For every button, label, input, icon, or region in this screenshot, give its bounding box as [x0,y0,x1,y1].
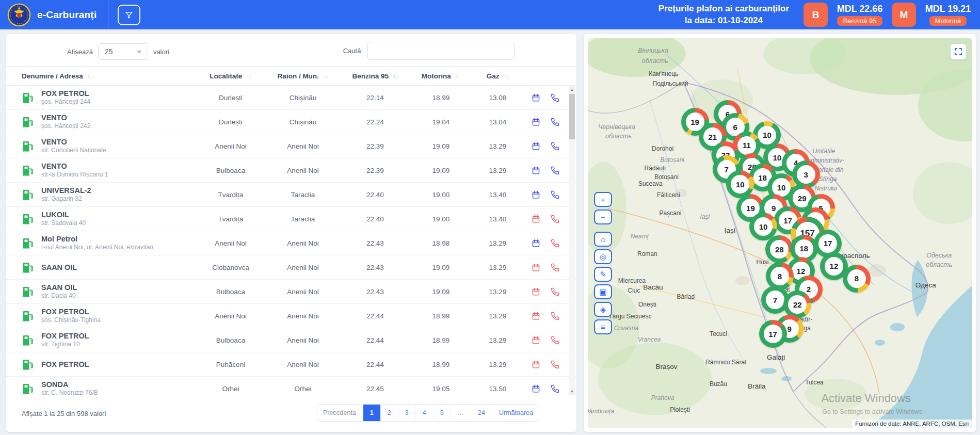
row-actions [522,239,569,248]
phone-icon[interactable] [551,142,559,151]
calendar-icon[interactable] [532,384,540,393]
cluster-count: 17 [818,234,837,253]
benzina-badge: B [804,3,828,27]
pagination-button[interactable]: Următoarea [492,405,540,421]
calendar-icon[interactable] [532,263,540,272]
row-actions [522,93,569,102]
locate-button[interactable]: ◎ [594,249,612,264]
cell-localitate: Durlești [197,118,264,126]
calendar-icon[interactable] [532,360,540,369]
pagination-button[interactable]: 5 [433,405,451,421]
calendar-icon[interactable] [532,190,540,199]
station-cell: FOX PETROL șos. Hâncești 244 [22,89,197,106]
calendar-icon[interactable] [532,336,540,345]
station-cell: SAAN OIL str. Dacia 40 [22,283,197,300]
measure-button[interactable]: ✎ [594,267,612,282]
stations-table-card: Afișează 25 valori Caută: Denumire / Adr… [6,34,576,432]
calendar-icon[interactable] [532,287,540,296]
results-summary: Afișate 1 la 25 din 598 valori [22,410,106,417]
pagination-button[interactable]: 3 [398,405,415,421]
phone-icon[interactable] [551,384,559,393]
phone-icon[interactable] [551,263,559,272]
phone-icon[interactable] [551,239,559,248]
page-size-select[interactable]: 25 [98,43,148,60]
calendar-icon[interactable] [532,118,540,126]
zoom-in-button[interactable]: + [594,192,612,207]
pagination-button[interactable]: 2 [380,405,398,421]
phone-icon[interactable] [551,287,559,296]
calendar-icon[interactable] [532,93,540,102]
cluster-count: 17 [764,325,782,343]
calendar-icon[interactable] [532,142,540,151]
zoom-out-button[interactable]: − [594,210,612,224]
map-cluster-marker[interactable]: 3 [792,160,820,188]
phone-icon[interactable] [551,93,559,102]
station-address: str-la Dumitru Rîșcanu 1 [41,171,108,179]
phone-icon[interactable] [551,190,559,199]
station-cell: LUKOIL str. Sadovaia 40 [22,210,197,228]
phone-icon[interactable] [551,166,559,175]
column-header[interactable]: Localitate ↑↓ [197,72,264,80]
map-cluster-marker[interactable]: 22 [783,291,811,318]
row-actions [522,215,569,223]
cell-motorina: 19.05 [409,385,473,393]
cluster-count: 10 [758,126,776,144]
calendar-icon[interactable] [532,239,540,248]
scrollbar-thumb[interactable] [569,94,575,139]
column-header[interactable]: Motorină ↑↓ [409,72,473,80]
table-row: FOX PETROL str. Tighina 10 Bulboaca Anen… [6,328,576,352]
phone-icon[interactable] [551,360,559,369]
column-header[interactable]: Raion / Mun. ↑↓ [264,72,342,80]
column-header[interactable]: Denumire / Adresă ↑↓ [22,72,197,80]
phone-icon[interactable] [551,336,559,345]
fuel-pump-icon [22,140,34,152]
cell-benzina95: 22.43 [342,288,409,296]
sort-icon: ↑↓ [87,72,93,80]
scroll-down-icon[interactable] [569,388,575,395]
column-header[interactable]: Gaz ↑↓ [473,72,522,80]
cell-benzina95: 22.45 [342,385,409,393]
cell-motorina: 18.98 [409,239,473,247]
home-button[interactable]: ⌂ [594,232,612,247]
scroll-up-icon[interactable] [569,86,575,93]
pagination-button[interactable]: 24 [471,405,492,421]
map[interactable]: +−⌂◎✎▣◈≡ ВінницькаобластьКам'янець-Поділ… [588,38,972,428]
pagination-button[interactable]: … [451,405,471,421]
map-cluster-marker[interactable]: 8 [766,262,794,290]
map-cluster-marker[interactable]: 17 [759,320,787,348]
phone-icon[interactable] [551,215,559,223]
station-name: SONDA [41,380,98,389]
layers-button[interactable]: ◈ [594,302,612,317]
calendar-icon[interactable] [532,215,540,223]
station-text: FOX PETROL șos. Hâncești 244 [41,89,90,106]
station-name: Mol Petrol [41,234,153,244]
cell-localitate: Bulboaca [197,336,264,344]
sort-icon: ↑↓ [393,72,398,80]
fullscreen-button[interactable] [950,43,967,60]
phone-icon[interactable] [551,118,559,126]
calendar-icon[interactable] [532,312,540,320]
map-cluster-marker[interactable]: 28 [765,235,793,263]
filter-button[interactable] [118,5,140,25]
map-cluster-marker[interactable]: 8 [843,265,871,293]
fuel-pump-icon [22,213,34,225]
phone-icon[interactable] [551,312,559,320]
fuel-pump-icon [22,237,34,249]
table-row: Mol Petrol r-nul Anenii Noi, or. Anenii … [6,231,576,255]
pagination-button[interactable]: 4 [415,405,433,421]
legend-button[interactable]: ≡ [594,319,612,334]
cell-motorina: 18.99 [409,361,473,368]
calendar-icon[interactable] [532,166,540,175]
page-size-label: Afișează [67,48,93,56]
table-row: VENTO șos. Hâncești 242 Durlești Chișină… [6,110,576,134]
pagination-button[interactable]: Precedenta [316,405,363,421]
column-header[interactable]: Benzină 95 ↑↓ [342,72,409,80]
select-area-button[interactable]: ▣ [594,284,612,299]
search-input[interactable] [367,42,515,60]
motorina-label: Motorină [929,16,967,26]
pagination-button[interactable]: 1 [363,405,380,421]
cell-gaz: 13.29 [473,239,522,247]
station-cell: Mol Petrol r-nul Anenii Noi, or. Anenii … [22,234,197,252]
table-scrollbar[interactable] [569,86,575,395]
station-cell: FOX PETROL str. Tighina 10 [22,331,197,349]
